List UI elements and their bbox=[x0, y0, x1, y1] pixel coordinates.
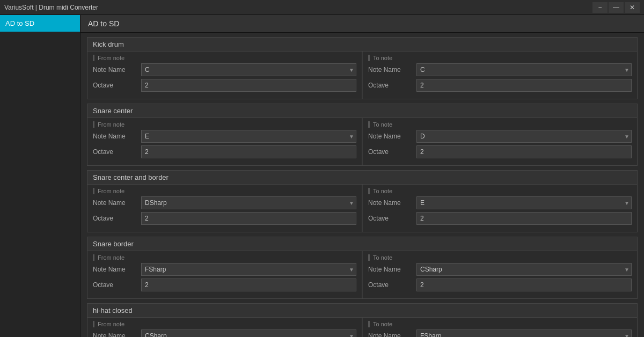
from-octave-row-kick-drum: Octave bbox=[93, 79, 356, 92]
to-group-kick-drum: To noteNote NameCCSharpDDSharpEFFSharpGG… bbox=[363, 52, 637, 99]
title-bar: VariusSoft | Drum midi Converter − — ✕ bbox=[0, 0, 644, 15]
from-label-hihat-closed: From note bbox=[93, 321, 356, 327]
from-group-snare-center: From noteNote NameCCSharpDDSharpEFFSharp… bbox=[87, 118, 362, 165]
section-hihat-closed: hi-hat closedFrom noteNote NameCCSharpDD… bbox=[87, 303, 638, 337]
from-label-snare-center-border: From note bbox=[93, 188, 356, 194]
to-note-name-select-snare-border[interactable]: CCSharpDDSharpEFFSharpGGSharpAASharpB bbox=[416, 263, 632, 276]
app-body: AD to SD AD to SD Kick drumFrom noteNote… bbox=[0, 15, 644, 337]
section-kick-drum: Kick drumFrom noteNote NameCCSharpDDShar… bbox=[87, 37, 638, 99]
note-row-snare-border: From noteNote NameCCSharpDDSharpEFFSharp… bbox=[87, 251, 637, 298]
sidebar: AD to SD bbox=[0, 15, 80, 337]
from-note-name-select-wrapper-snare-border: CCSharpDDSharpEFFSharpGGSharpAASharpB▼ bbox=[141, 263, 356, 276]
from-note-name-select-wrapper-snare-center: CCSharpDDSharpEFFSharpGGSharpAASharpB▼ bbox=[141, 130, 356, 143]
to-note-name-select-hihat-closed[interactable]: CCSharpDDSharpEFFSharpGGSharpAASharpB bbox=[416, 329, 632, 337]
to-octave-input-snare-border[interactable] bbox=[416, 279, 632, 291]
to-group-snare-border: To noteNote NameCCSharpDDSharpEFFSharpGG… bbox=[363, 251, 637, 298]
to-note-name-label-hihat-closed: Note Name bbox=[368, 332, 416, 337]
from-octave-input-snare-center[interactable] bbox=[141, 145, 356, 158]
from-note-name-select-hihat-closed[interactable]: CCSharpDDSharpEFFSharpGGSharpAASharpB bbox=[141, 329, 356, 337]
section-title-snare-border: Snare border bbox=[87, 237, 637, 251]
note-row-snare-center: From noteNote NameCCSharpDDSharpEFFSharp… bbox=[87, 118, 637, 165]
to-label-snare-center-border: To note bbox=[368, 188, 632, 194]
to-octave-input-snare-center-border[interactable] bbox=[416, 212, 632, 225]
to-note-name-label-snare-border: Note Name bbox=[368, 266, 416, 273]
from-octave-label-snare-center: Octave bbox=[93, 148, 141, 156]
to-note-name-row-snare-center-border: Note NameCCSharpDDSharpEFFSharpGGSharpAA… bbox=[368, 196, 632, 209]
from-note-name-select-snare-center-border[interactable]: CCSharpDDSharpEFFSharpGGSharpAASharpB bbox=[141, 196, 356, 209]
to-octave-row-kick-drum: Octave bbox=[368, 79, 632, 92]
from-note-name-select-wrapper-kick-drum: CCSharpDDSharpEFFSharpGGSharpAASharpB▼ bbox=[141, 63, 356, 76]
to-label-snare-center: To note bbox=[368, 121, 632, 128]
section-title-snare-center: Snare center bbox=[87, 104, 637, 118]
to-note-name-label-kick-drum: Note Name bbox=[368, 66, 416, 74]
to-note-name-label-snare-center-border: Note Name bbox=[368, 199, 416, 207]
to-note-name-select-wrapper-hihat-closed: CCSharpDDSharpEFFSharpGGSharpAASharpB▼ bbox=[416, 329, 632, 337]
from-octave-input-kick-drum[interactable] bbox=[141, 79, 356, 92]
section-title-hihat-closed: hi-hat closed bbox=[87, 304, 637, 318]
section-snare-center: Snare centerFrom noteNote NameCCSharpDDS… bbox=[87, 104, 638, 166]
section-snare-center-border: Snare center and borderFrom noteNote Nam… bbox=[87, 170, 638, 232]
from-group-kick-drum: From noteNote NameCCSharpDDSharpEFFSharp… bbox=[87, 52, 362, 99]
to-octave-input-kick-drum[interactable] bbox=[416, 79, 632, 92]
from-note-name-select-wrapper-snare-center-border: CCSharpDDSharpEFFSharpGGSharpAASharpB▼ bbox=[141, 196, 356, 209]
section-title-snare-center-border: Snare center and border bbox=[87, 171, 637, 185]
from-note-name-row-snare-center: Note NameCCSharpDDSharpEFFSharpGGSharpAA… bbox=[93, 130, 356, 143]
from-octave-input-snare-center-border[interactable] bbox=[141, 212, 356, 225]
from-note-name-label-snare-center-border: Note Name bbox=[93, 199, 141, 207]
from-note-name-select-kick-drum[interactable]: CCSharpDDSharpEFFSharpGGSharpAASharpB bbox=[141, 63, 356, 76]
section-title-kick-drum: Kick drum bbox=[87, 38, 637, 52]
to-note-name-select-wrapper-snare-center-border: CCSharpDDSharpEFFSharpGGSharpAASharpB▼ bbox=[416, 196, 632, 209]
to-note-name-select-snare-center-border[interactable]: CCSharpDDSharpEFFSharpGGSharpAASharpB bbox=[416, 196, 632, 209]
from-octave-label-snare-center-border: Octave bbox=[93, 215, 141, 222]
to-label-snare-border: To note bbox=[368, 254, 632, 261]
from-note-name-row-snare-center-border: Note NameCCSharpDDSharpEFFSharpGGSharpAA… bbox=[93, 196, 356, 209]
note-row-hihat-closed: From noteNote NameCCSharpDDSharpEFFSharp… bbox=[87, 318, 637, 337]
to-octave-label-snare-center-border: Octave bbox=[368, 215, 416, 222]
to-note-name-select-wrapper-snare-border: CCSharpDDSharpEFFSharpGGSharpAASharpB▼ bbox=[416, 263, 632, 276]
window-controls: − — ✕ bbox=[592, 2, 640, 13]
to-note-name-label-snare-center: Note Name bbox=[368, 133, 416, 140]
to-octave-label-snare-center: Octave bbox=[368, 148, 416, 156]
close-button[interactable]: ✕ bbox=[625, 2, 640, 13]
from-note-name-select-snare-center[interactable]: CCSharpDDSharpEFFSharpGGSharpAASharpB bbox=[141, 130, 356, 143]
from-octave-row-snare-center: Octave bbox=[93, 145, 356, 158]
to-octave-row-snare-border: Octave bbox=[368, 279, 632, 291]
from-octave-label-snare-border: Octave bbox=[93, 281, 141, 289]
sidebar-item-ad-to-sd[interactable]: AD to SD bbox=[0, 15, 80, 32]
main-header-title: AD to SD bbox=[80, 15, 644, 33]
to-label-kick-drum: To note bbox=[368, 55, 632, 61]
to-group-snare-center-border: To noteNote NameCCSharpDDSharpEFFSharpGG… bbox=[363, 185, 637, 232]
note-row-snare-center-border: From noteNote NameCCSharpDDSharpEFFSharp… bbox=[87, 185, 637, 232]
from-octave-input-snare-border[interactable] bbox=[141, 279, 356, 291]
from-group-snare-border: From noteNote NameCCSharpDDSharpEFFSharp… bbox=[87, 251, 362, 298]
to-group-snare-center: To noteNote NameCCSharpDDSharpEFFSharpGG… bbox=[363, 118, 637, 165]
to-note-name-row-hihat-closed: Note NameCCSharpDDSharpEFFSharpGGSharpAA… bbox=[368, 329, 632, 337]
from-note-name-label-hihat-closed: Note Name bbox=[93, 332, 141, 337]
section-snare-border: Snare borderFrom noteNote NameCCSharpDDS… bbox=[87, 237, 638, 299]
to-octave-label-kick-drum: Octave bbox=[368, 82, 416, 89]
to-note-name-select-snare-center[interactable]: CCSharpDDSharpEFFSharpGGSharpAASharpB bbox=[416, 130, 632, 143]
to-octave-input-snare-center[interactable] bbox=[416, 145, 632, 158]
to-note-name-select-wrapper-kick-drum: CCSharpDDSharpEFFSharpGGSharpAASharpB▼ bbox=[416, 63, 632, 76]
to-label-hihat-closed: To note bbox=[368, 321, 632, 327]
to-note-name-row-snare-center: Note NameCCSharpDDSharpEFFSharpGGSharpAA… bbox=[368, 130, 632, 143]
to-octave-row-snare-center-border: Octave bbox=[368, 212, 632, 225]
maximize-button[interactable]: — bbox=[609, 2, 624, 13]
from-note-name-row-hihat-closed: Note NameCCSharpDDSharpEFFSharpGGSharpAA… bbox=[93, 329, 356, 337]
to-note-name-row-snare-border: Note NameCCSharpDDSharpEFFSharpGGSharpAA… bbox=[368, 263, 632, 276]
app-title: VariusSoft | Drum midi Converter bbox=[4, 4, 98, 11]
to-note-name-select-kick-drum[interactable]: CCSharpDDSharpEFFSharpGGSharpAASharpB bbox=[416, 63, 632, 76]
to-group-hihat-closed: To noteNote NameCCSharpDDSharpEFFSharpGG… bbox=[363, 318, 637, 337]
note-row-kick-drum: From noteNote NameCCSharpDDSharpEFFSharp… bbox=[87, 52, 637, 99]
from-group-hihat-closed: From noteNote NameCCSharpDDSharpEFFSharp… bbox=[87, 318, 362, 337]
minimize-button[interactable]: − bbox=[592, 2, 608, 13]
from-label-snare-border: From note bbox=[93, 254, 356, 261]
from-label-snare-center: From note bbox=[93, 121, 356, 128]
from-label-kick-drum: From note bbox=[93, 55, 356, 61]
from-note-name-row-snare-border: Note NameCCSharpDDSharpEFFSharpGGSharpAA… bbox=[93, 263, 356, 276]
to-note-name-row-kick-drum: Note NameCCSharpDDSharpEFFSharpGGSharpAA… bbox=[368, 63, 632, 76]
from-note-name-select-snare-border[interactable]: CCSharpDDSharpEFFSharpGGSharpAASharpB bbox=[141, 263, 356, 276]
from-note-name-label-snare-border: Note Name bbox=[93, 266, 141, 273]
from-note-name-label-kick-drum: Note Name bbox=[93, 66, 141, 74]
to-octave-label-snare-border: Octave bbox=[368, 281, 416, 289]
